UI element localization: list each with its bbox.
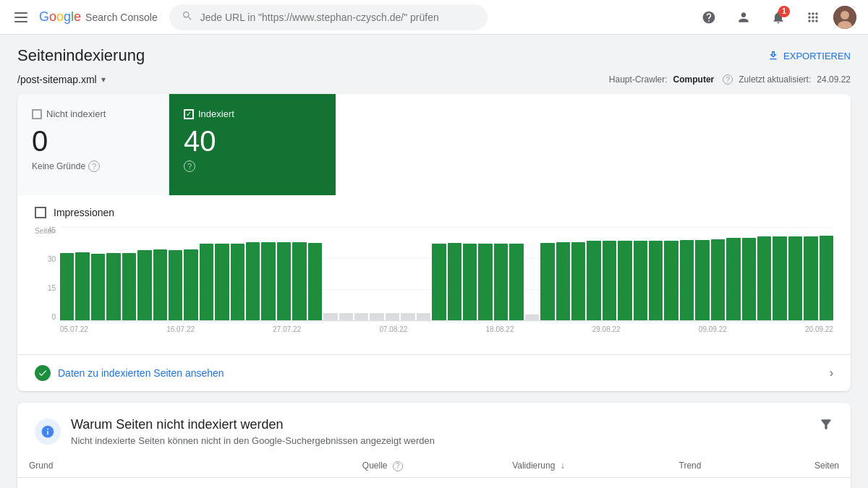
col-validierung-header: Validierung ↓ — [501, 455, 667, 477]
bar-24 — [432, 244, 446, 320]
index-tiles: Nicht indexiert 0 Keine Gründe ? ✓ Index… — [17, 94, 851, 195]
bar-4 — [122, 253, 136, 320]
help-icon-sm[interactable]: ? — [723, 74, 733, 85]
cell-validierung: Nicht zutreffend — [501, 477, 667, 488]
indexed-label: Indexiert — [198, 108, 234, 119]
not-indexed-label-row: Nicht indexiert — [32, 108, 154, 119]
bar-15 — [292, 242, 306, 320]
table-body: Gefunden – zurzeit nicht indexiert Googl… — [17, 477, 851, 488]
indexed-checkbox[interactable]: ✓ — [184, 109, 194, 119]
bar-16 — [308, 243, 322, 320]
chart-bars — [60, 227, 833, 321]
bar-27 — [478, 244, 492, 320]
table-row: Gefunden – zurzeit nicht indexiert Googl… — [17, 477, 851, 488]
indexed-help-icon[interactable]: ? — [184, 160, 195, 172]
bar-1 — [75, 252, 89, 320]
sort-icon: ↓ — [561, 461, 565, 471]
cell-quelle: Google-Systeme — [351, 477, 501, 488]
quelle-help-icon[interactable]: ? — [393, 461, 403, 471]
export-button[interactable]: EXPORTIEREN — [767, 50, 851, 61]
bar-38 — [649, 241, 663, 320]
page-content: Seitenindexierung EXPORTIEREN /post-site… — [0, 35, 868, 488]
bar-11 — [231, 244, 244, 320]
bar-31 — [540, 243, 554, 320]
indexed-sub: ? — [184, 160, 321, 172]
x-label-2: 16.07.22 — [166, 325, 195, 343]
bar-28 — [494, 244, 508, 320]
indexed-link-text: Daten zu indexierten Seiten ansehen — [58, 367, 224, 379]
search-input[interactable] — [200, 12, 475, 23]
bar-49 — [820, 236, 833, 320]
bar-40 — [680, 240, 694, 320]
indexed-link-row[interactable]: Daten zu indexierten Seiten ansehen › — [17, 354, 851, 391]
bar-7 — [169, 250, 182, 320]
not-indexed-checkbox[interactable] — [32, 109, 42, 119]
link-content: Daten zu indexierten Seiten ansehen — [35, 365, 224, 381]
bar-0 — [60, 253, 74, 320]
filter-icon[interactable] — [819, 417, 833, 435]
logo[interactable]: Google Search Console — [39, 9, 158, 25]
x-label-3: 27.07.22 — [273, 325, 301, 343]
dropdown-icon: ▾ — [101, 74, 106, 85]
bar-5 — [137, 250, 151, 320]
sitemap-value: /post-sitemap.xml — [17, 74, 97, 85]
apps-icon[interactable] — [799, 3, 827, 32]
impressions-checkbox[interactable] — [35, 207, 46, 218]
notifications-icon[interactable]: 1 — [764, 3, 793, 32]
x-label-7: 09.09.22 — [699, 325, 727, 343]
bar-13 — [261, 242, 275, 320]
section2-title: Warum Seiten nicht indexiert werden — [71, 417, 435, 432]
not-indexed-help-icon[interactable]: ? — [88, 160, 100, 172]
checkmark-icon: ✓ — [186, 110, 192, 118]
chart-y-ticks: 45 30 15 0 — [35, 227, 60, 321]
bar-34 — [587, 241, 600, 320]
bar-29 — [509, 244, 523, 320]
table-header-row: Grund Quelle ? Validierung ↓ Trend Seite… — [17, 455, 851, 477]
topbar: Google Search Console 1 — [0, 0, 868, 35]
updated-label: Zuletzt aktualisiert: — [739, 74, 811, 85]
bar-14 — [277, 242, 291, 320]
bar-36 — [618, 241, 631, 320]
impressions-label: Impressionen — [54, 207, 114, 218]
bar-18 — [339, 313, 353, 320]
page-header: Seitenindexierung EXPORTIEREN — [17, 35, 851, 71]
section2-header: Warum Seiten nicht indexiert werden Nich… — [17, 403, 851, 455]
bar-42 — [711, 239, 725, 320]
indexed-count: 40 — [184, 125, 321, 158]
col-seiten-header: Seiten — [784, 455, 851, 477]
section2-subtitle: Nicht indexierte Seiten können nicht in … — [71, 435, 435, 446]
logo-text: Google — [39, 9, 81, 25]
not-indexed-label: Nicht indexiert — [46, 108, 106, 119]
y-tick-15: 15 — [48, 285, 56, 292]
export-label: EXPORTIEREN — [783, 51, 851, 61]
page-title: Seitenindexierung — [17, 46, 145, 65]
section2-text-area: Warum Seiten nicht indexiert werden Nich… — [71, 417, 435, 446]
bar-32 — [556, 242, 570, 320]
y-tick-0: 0 — [51, 314, 56, 321]
search-bar[interactable] — [169, 4, 488, 30]
avatar[interactable] — [833, 6, 856, 29]
check-circle-icon — [35, 365, 51, 381]
info-icon-circle — [35, 419, 61, 445]
logo-sc-text: Search Console — [85, 12, 158, 23]
cell-seiten: 1 — [784, 477, 851, 488]
col-grund-header: Grund — [17, 455, 351, 477]
grid-line-bottom — [60, 321, 833, 322]
not-indexed-count: 0 — [32, 125, 154, 158]
sitemap-selector[interactable]: /post-sitemap.xml ▾ — [17, 74, 106, 85]
bar-12 — [246, 242, 260, 320]
topbar-left: Google Search Console — [12, 9, 158, 25]
help-icon[interactable] — [694, 3, 723, 32]
bar-19 — [354, 313, 368, 320]
menu-icon[interactable] — [12, 9, 30, 25]
trend-line-chart — [679, 485, 723, 488]
not-indexed-table: Grund Quelle ? Validierung ↓ Trend Seite… — [17, 455, 851, 488]
bar-9 — [200, 244, 213, 320]
impressions-row: Impressionen — [35, 207, 833, 218]
indexed-label-row: ✓ Indexiert — [184, 108, 321, 119]
bar-25 — [448, 243, 461, 320]
bar-48 — [804, 236, 817, 320]
bar-8 — [184, 249, 197, 320]
account-circle-icon[interactable] — [729, 3, 758, 32]
bar-44 — [742, 238, 756, 320]
